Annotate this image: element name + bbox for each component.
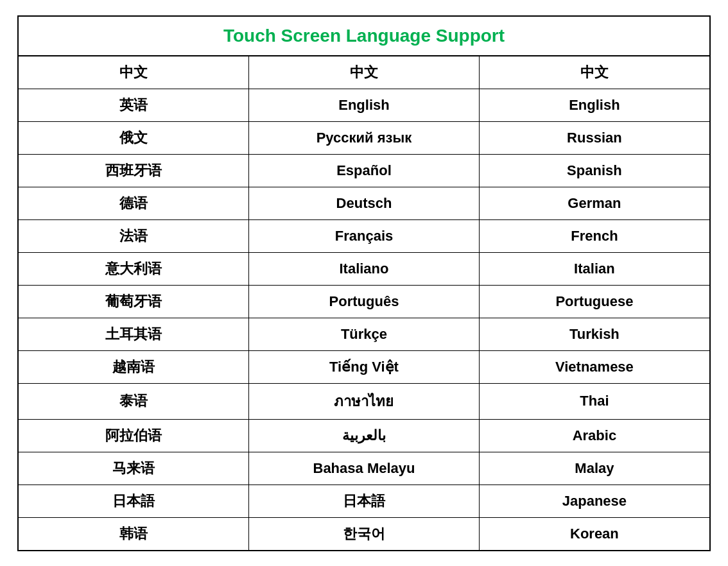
chinese-name: 中文 — [19, 56, 249, 89]
table-row: 韩语한국어Korean — [19, 517, 709, 550]
english-name: Thai — [479, 383, 709, 419]
english-name: Malay — [479, 452, 709, 485]
native-name: Italiano — [249, 252, 480, 285]
native-name: Français — [249, 219, 480, 252]
table-row: 越南语Tiếng ViệtVietnamese — [19, 350, 709, 383]
native-name: ภาษาไทย — [249, 383, 480, 419]
native-name: 한국어 — [249, 517, 480, 550]
native-name: Bahasa Melayu — [249, 452, 480, 485]
chinese-name: 意大利语 — [19, 252, 249, 285]
table-row: 马来语Bahasa MelayuMalay — [19, 452, 709, 485]
english-name: Italian — [479, 252, 709, 285]
language-table: 中文中文中文英语EnglishEnglish俄文Русский языкRuss… — [19, 56, 709, 550]
english-name: Japanese — [479, 485, 709, 517]
english-name: English — [479, 89, 709, 121]
table-row: 英语EnglishEnglish — [19, 89, 709, 121]
english-name: German — [479, 187, 709, 219]
page-title: Touch Screen Language Support — [19, 17, 709, 56]
table-row: 俄文Русский языкRussian — [19, 121, 709, 154]
chinese-name: 葡萄牙语 — [19, 285, 249, 318]
native-name: Español — [249, 154, 480, 187]
chinese-name: 土耳其语 — [19, 318, 249, 350]
chinese-name: 泰语 — [19, 383, 249, 419]
english-name: 中文 — [479, 56, 709, 89]
english-name: Arabic — [479, 419, 709, 452]
table-row: 泰语ภาษาไทยThai — [19, 383, 709, 419]
native-name: بالعربية — [249, 419, 480, 452]
chinese-name: 英语 — [19, 89, 249, 121]
table-row: 法语FrançaisFrench — [19, 219, 709, 252]
chinese-name: 俄文 — [19, 121, 249, 154]
table-row: 德语DeutschGerman — [19, 187, 709, 219]
table-row: 土耳其语TürkçeTurkish — [19, 318, 709, 350]
native-name: Tiếng Việt — [249, 350, 480, 383]
chinese-name: 阿拉伯语 — [19, 419, 249, 452]
table-row: 阿拉伯语بالعربيةArabic — [19, 419, 709, 452]
english-name: Russian — [479, 121, 709, 154]
table-row: 意大利语ItalianoItalian — [19, 252, 709, 285]
table-row: 中文中文中文 — [19, 56, 709, 89]
table-row: 西班牙语EspañolSpanish — [19, 154, 709, 187]
table-row: 日本語日本語Japanese — [19, 485, 709, 517]
table-row: 葡萄牙语PortuguêsPortuguese — [19, 285, 709, 318]
native-name: 中文 — [249, 56, 480, 89]
native-name: Português — [249, 285, 480, 318]
native-name: English — [249, 89, 480, 121]
english-name: French — [479, 219, 709, 252]
native-name: Русский язык — [249, 121, 480, 154]
english-name: Vietnamese — [479, 350, 709, 383]
chinese-name: 法语 — [19, 219, 249, 252]
native-name: 日本語 — [249, 485, 480, 517]
chinese-name: 越南语 — [19, 350, 249, 383]
english-name: Spanish — [479, 154, 709, 187]
english-name: Turkish — [479, 318, 709, 350]
native-name: Türkçe — [249, 318, 480, 350]
chinese-name: 韩语 — [19, 517, 249, 550]
english-name: Korean — [479, 517, 709, 550]
chinese-name: 西班牙语 — [19, 154, 249, 187]
chinese-name: 日本語 — [19, 485, 249, 517]
chinese-name: 德语 — [19, 187, 249, 219]
native-name: Deutsch — [249, 187, 480, 219]
language-support-container: Touch Screen Language Support 中文中文中文英语En… — [17, 15, 711, 551]
chinese-name: 马来语 — [19, 452, 249, 485]
english-name: Portuguese — [479, 285, 709, 318]
